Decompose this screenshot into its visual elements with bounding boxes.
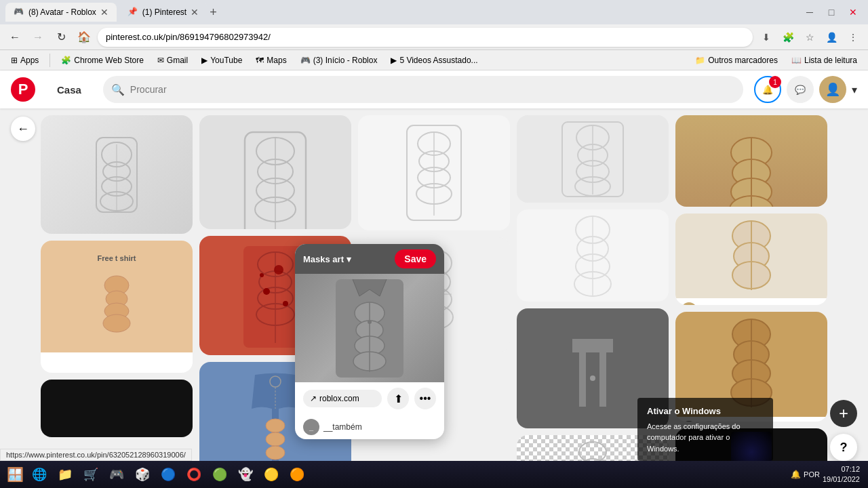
bookmark-youtube[interactable]: ▶ YouTube [196,54,248,66]
pinterest-header: P Casa 🔍 🔔 1 💬 👤 ▾ [0,70,868,108]
bookmark-chrome-label: Chrome Web Store [74,56,144,65]
chrome-store-icon: 🧩 [61,56,71,65]
bookmarks-bar: ⊞ Apps 🧩 Chrome Web Store ✉ Gmail ▶ YouT… [0,50,868,70]
tab-close-pinterest[interactable]: ✕ [191,7,199,18]
pin-card-black[interactable] [41,380,193,437]
popup-author-name: __também [323,422,362,432]
main-content: ← F [0,108,868,488]
bookmark-maps[interactable]: 🗺 Maps [250,54,292,66]
pin-card-cropped-top[interactable] [675,115,827,207]
taskbar-notifications[interactable]: 🔔 [791,470,801,479]
browser-title-bar: 🎮 (8) Avatar - Roblox ✕ 📌 (1) Pinterest … [0,0,868,24]
pin-card-luan[interactable]: L Luan Maia Luz [517,115,669,203]
taskbar-app2[interactable]: 🟡 [259,462,283,487]
forward-button[interactable]: → [28,28,47,47]
popup-footer: _ __também [295,415,444,439]
taskbar-edge[interactable]: 🔵 [156,462,180,487]
bookmark-roblox[interactable]: 🎮 (3) Início - Roblox [295,54,383,66]
taskbar-system: 🔔 POR 07:12 19/01/2022 [785,464,865,485]
pin-card-grey-abs[interactable] [199,115,351,229]
popup-share-button[interactable]: ⬆ [387,388,409,409]
pin-card[interactable] [41,115,193,234]
taskbar-start-button[interactable]: 🪟 [3,462,27,487]
home-button[interactable]: 🏠 [75,28,94,47]
popup-author-avatar: _ [303,419,319,435]
pin-card-free-tshirt[interactable]: Free t shirt [41,241,193,373]
user-avatar[interactable]: 👤 [819,76,846,103]
maximize-button[interactable]: □ [822,3,841,22]
maps-icon: 🗺 [256,56,264,65]
bookmark-apps[interactable]: ⊞ Apps [5,54,44,66]
taskbar-store[interactable]: 🛒 [79,462,103,487]
pin-card-mai[interactable]: M Mai [675,214,827,305]
notification-bell[interactable]: 🔔 1 [754,76,781,103]
bookmark-chrome-web-store[interactable]: 🧩 Chrome Web Store [56,54,149,66]
tab-close-roblox[interactable]: ✕ [100,7,108,18]
address-bar[interactable] [98,28,753,47]
bookmark-5videos[interactable]: ▶ 5 Videos Assustado... [385,54,483,66]
taskbar-chrome[interactable]: ⭕ [182,462,206,487]
bookmark-youtube-label: YouTube [210,56,242,65]
folder-icon: 📁 [695,56,705,65]
bookmark-gmail[interactable]: ✉ Gmail [152,54,193,66]
masonry-col-1: Free t shirt [41,115,193,481]
taskbar-ie[interactable]: 🌐 [27,462,52,487]
popup-card: Masks art ▾ Save ↗ [295,244,444,439]
taskbar: 🪟 🌐 📁 🛒 🎮 🎲 🔵 ⭕ 🟢 👻 🟡 🟠 🔔 POR 07:12 19/0… [0,461,868,488]
watermark-title: Ativar o Windows [647,405,764,418]
reload-button[interactable]: ↻ [52,28,71,47]
bookmark-separator [50,54,50,67]
popup-save-button[interactable]: Save [395,249,436,268]
more-options-icon[interactable]: ⋮ [844,28,863,47]
video-icon: ▶ [391,56,397,65]
back-button[interactable]: ← [5,28,24,47]
notification-count: 1 [769,76,781,88]
add-button[interactable]: + [830,400,857,427]
popup-source-button[interactable]: ↗ roblox.com [303,390,382,407]
new-tab-button[interactable]: + [210,5,217,20]
bookmark-lista-leitura[interactable]: 📖 Lista de leitura [786,54,863,66]
minimize-button[interactable]: ─ [800,3,819,22]
chevron-icon: ▾ [347,254,351,264]
messages-icon-btn[interactable]: 💬 [787,76,814,103]
clock-date: 19/01/2022 [823,474,860,485]
bookmark-5videos-label: 5 Videos Assustado... [399,56,477,65]
tab-pinterest[interactable]: 📌 (1) Pinterest ✕ [119,3,207,22]
taskbar-ghost[interactable]: 👻 [233,462,258,487]
back-to-feed-button[interactable]: ← [11,117,35,141]
close-button[interactable]: ✕ [844,3,863,22]
bookmark-gmail-label: Gmail [167,56,188,65]
tab-roblox[interactable]: 🎮 (8) Avatar - Roblox ✕ [5,3,117,22]
bookmark-outros[interactable]: 📁 Outros marcadores [690,54,783,66]
popup-more-button[interactable]: ••• [414,388,436,409]
bookmark-icon[interactable]: ☆ [800,28,819,47]
tab-favicon-roblox: 🎮 [14,7,24,18]
extensions-icon[interactable]: 🧩 [778,28,797,47]
youtube-icon: ▶ [201,56,208,65]
pin-card-android[interactable]: A Android [517,209,669,302]
browser-nav-bar: ← → ↻ 🏠 ⬇ 🧩 ☆ 👤 ⋮ [0,24,868,50]
taskbar-app1[interactable]: 🟢 [208,462,232,487]
roblox-icon: 🎮 [300,56,311,65]
pin-card-outline1[interactable] [358,115,510,230]
profile-icon[interactable]: 👤 [822,28,841,47]
search-bar-wrapper: 🔍 [103,76,743,103]
download-icon[interactable]: ⬇ [757,28,776,47]
chevron-down-icon[interactable]: ▾ [852,83,857,96]
board-name: Masks art [303,254,344,264]
bookmark-outros-label: Outros marcadores [708,56,778,65]
search-input[interactable] [103,76,743,103]
taskbar-steam[interactable]: 🎲 [130,462,155,487]
help-button[interactable]: ? [830,434,857,461]
tab-title-pinterest: (1) Pinterest [142,7,186,17]
pinterest-logo[interactable]: P [11,77,35,102]
taskbar-app3[interactable]: 🟠 [285,462,309,487]
pinterest-home-nav[interactable]: Casa [46,79,92,101]
clock-time: 07:12 [823,464,860,474]
taskbar-explorer[interactable]: 📁 [53,462,77,487]
taskbar-roblox[interactable]: 🎮 [104,462,129,487]
popup-image [295,274,444,382]
watermark-text: Acesse as configurações do computador pa… [647,421,764,455]
taskbar-items: 🌐 📁 🛒 🎮 🎲 🔵 ⭕ 🟢 👻 🟡 🟠 [27,462,785,487]
apps-icon: ⊞ [11,56,18,65]
